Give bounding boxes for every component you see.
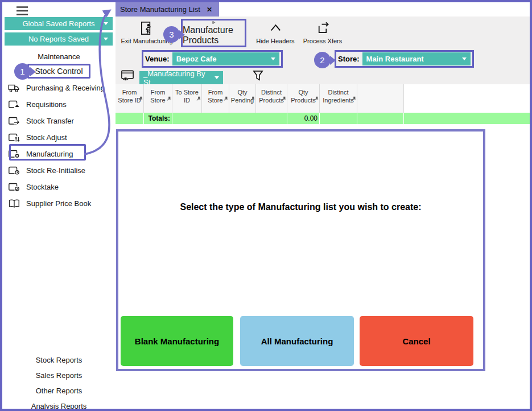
sidebar-item-label: Stock Re-Initialise bbox=[26, 166, 85, 175]
sidebar-item-stocktake[interactable]: Stocktake bbox=[2, 179, 116, 195]
box-check-icon bbox=[8, 182, 20, 192]
dialog-prompt: Select the type of Manufacturing list yo… bbox=[118, 202, 483, 212]
chevron-down-icon bbox=[462, 57, 467, 60]
chevron-up-icon bbox=[267, 20, 284, 36]
sidebar-item-label: Stock Transfer bbox=[26, 117, 74, 125]
sidebar-item-stock-re-initialise[interactable]: Stock Re-Initialise bbox=[2, 162, 116, 179]
column-header-distinct-ingredients[interactable]: Distinct Ingredients bbox=[320, 84, 357, 113]
grid-header-row: From Store ID From Store To Store ID Fro… bbox=[116, 84, 530, 113]
column-header-from-store-id[interactable]: From Store ID bbox=[116, 84, 144, 113]
chevron-down-icon bbox=[215, 76, 219, 79]
filter-button[interactable] bbox=[250, 69, 266, 83]
truck-icon bbox=[8, 83, 20, 93]
box-clock-icon bbox=[8, 165, 20, 176]
venue-selector-group: Venue: Bepoz Cafe bbox=[142, 50, 283, 68]
maintenance-heading: Maintenance bbox=[2, 52, 116, 61]
sidebar-item-stock-control[interactable]: Stock Control bbox=[27, 64, 90, 79]
manufacturing-type-dialog: Select the type of Manufacturing list yo… bbox=[116, 129, 485, 371]
sidebar-item-stock-adjust[interactable]: Stock Adjust bbox=[2, 129, 116, 146]
pin-icon[interactable] bbox=[282, 96, 286, 101]
pin-icon[interactable] bbox=[250, 96, 255, 101]
all-manufacturing-button[interactable]: All Manufacturing bbox=[240, 316, 354, 366]
column-header-to-store-id[interactable]: To Store ID bbox=[172, 84, 202, 113]
sidebar-item-manufacturing[interactable]: Manufacturing bbox=[2, 146, 116, 162]
sidebar-item-label: Purchasing & Receiving bbox=[26, 84, 105, 92]
sidebar-item-sales-reports[interactable]: Sales Reports bbox=[2, 371, 116, 380]
chevron-down-icon bbox=[104, 38, 108, 40]
close-icon[interactable]: ✕ bbox=[204, 6, 215, 14]
grid-view-button[interactable] bbox=[120, 69, 135, 83]
chevron-down-icon bbox=[104, 22, 108, 25]
sidebar-item-stock-transfer[interactable]: Stock Transfer bbox=[2, 113, 116, 129]
no-reports-saved-dropdown[interactable]: No Reports Saved bbox=[5, 32, 113, 46]
manufacture-products-button[interactable]: Manufacture Products bbox=[181, 19, 246, 47]
store-value: Main Restaurant bbox=[366, 55, 424, 63]
tab-store-manufacturing-list[interactable]: Store Manufacturing List ✕ bbox=[116, 2, 219, 17]
sidebar-item-other-reports[interactable]: Other Reports bbox=[2, 387, 116, 395]
annotation-badge-3: 3 bbox=[163, 26, 180, 43]
process-xfers-button[interactable]: Process Xfers bbox=[299, 20, 346, 44]
grid-view-eye-icon bbox=[120, 69, 135, 83]
box-gear-icon bbox=[8, 149, 20, 159]
totals-cell-empty bbox=[172, 113, 287, 124]
store-dropdown[interactable]: Main Restaurant bbox=[362, 52, 471, 65]
sidebar-item-stock-reports[interactable]: Stock Reports bbox=[2, 356, 116, 364]
column-header-from-store-2[interactable]: From Store bbox=[202, 84, 229, 113]
column-header-qty-products[interactable]: Qty Products bbox=[287, 84, 320, 113]
open-book-icon bbox=[8, 198, 20, 209]
totals-row: Totals: 0.00 bbox=[116, 113, 530, 124]
box-export-icon bbox=[205, 20, 222, 24]
pin-icon[interactable] bbox=[138, 96, 143, 101]
hide-headers-button[interactable]: Hide Headers bbox=[254, 20, 297, 44]
process-xfers-label: Process Xfers bbox=[303, 38, 342, 44]
venue-label: Venue: bbox=[145, 55, 170, 63]
venue-dropdown[interactable]: Bepoz Cafe bbox=[172, 52, 279, 65]
sidebar-item-label: Supplier Price Book bbox=[26, 199, 91, 208]
manufacture-products-label: Manufacture Products bbox=[183, 25, 245, 46]
column-header-qty-pending[interactable]: Qty Pending bbox=[229, 84, 256, 113]
sidebar-item-label: Stocktake bbox=[26, 183, 59, 191]
annotation-badge-1: 1 bbox=[14, 63, 31, 80]
hamburger-menu-icon[interactable] bbox=[16, 6, 28, 16]
sidebar-item-requisitions[interactable]: Requisitions bbox=[2, 96, 116, 113]
pin-icon[interactable] bbox=[314, 96, 319, 101]
sidebar-item-supplier-price-book[interactable]: Supplier Price Book bbox=[2, 195, 116, 212]
sidebar-item-label: Requisitions bbox=[26, 100, 67, 109]
box-arrow-right-icon bbox=[8, 116, 20, 126]
totals-cell-empty bbox=[404, 113, 530, 124]
totals-cell-empty bbox=[116, 113, 144, 124]
cancel-button[interactable]: Cancel bbox=[360, 316, 473, 366]
no-reports-saved-label: No Reports Saved bbox=[28, 35, 89, 43]
grid-layout-dropdown[interactable]: _Manufacturing By St bbox=[139, 71, 223, 84]
column-header-distinct-products[interactable]: Distinct Products bbox=[256, 84, 287, 113]
toolbar-panel: Exit Manufacturing Manufacture Products … bbox=[116, 17, 530, 84]
sidebar-item-label: Stock Adjust bbox=[26, 133, 67, 142]
pin-icon[interactable] bbox=[167, 96, 171, 101]
sidebar-item-purchasing-receiving[interactable]: Purchasing & Receiving bbox=[2, 80, 116, 96]
chevron-down-icon bbox=[271, 57, 275, 60]
pin-icon[interactable] bbox=[352, 96, 356, 101]
store-selector-group: Store: Main Restaurant bbox=[335, 50, 474, 68]
store-label: Store: bbox=[338, 55, 360, 63]
totals-label-cell: Totals: bbox=[144, 113, 172, 124]
global-saved-reports-label: Global Saved Reports bbox=[22, 19, 94, 28]
venue-value: Bepoz Cafe bbox=[176, 55, 217, 63]
blank-manufacturing-button[interactable]: Blank Manufacturing bbox=[121, 316, 233, 366]
annotation-badge-2: 2 bbox=[314, 52, 331, 68]
grid-layout-value: _Manufacturing By St bbox=[143, 69, 213, 87]
pin-icon[interactable] bbox=[224, 96, 228, 101]
pin-icon[interactable] bbox=[196, 96, 201, 101]
sidebar-item-analysis-reports[interactable]: Analysis Reports bbox=[2, 402, 116, 410]
maintenance-menu: Purchasing & Receiving Requisitions Stoc… bbox=[2, 80, 116, 212]
box-eject-icon bbox=[8, 99, 20, 110]
grid-header-filler bbox=[404, 84, 530, 113]
totals-cell-empty bbox=[320, 113, 357, 124]
column-header-from-store[interactable]: From Store bbox=[144, 84, 172, 113]
column-header-empty[interactable] bbox=[357, 84, 404, 113]
hide-headers-label: Hide Headers bbox=[256, 38, 294, 44]
exit-door-icon bbox=[139, 20, 155, 36]
global-saved-reports-dropdown[interactable]: Global Saved Reports bbox=[5, 17, 113, 30]
sidebar-item-label: Manufacturing bbox=[26, 150, 73, 158]
box-export-up-icon bbox=[315, 20, 331, 36]
filter-funnel-icon bbox=[250, 69, 266, 83]
